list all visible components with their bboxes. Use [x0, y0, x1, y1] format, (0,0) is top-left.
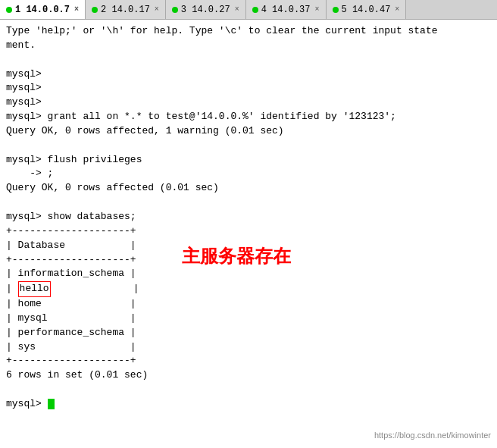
tab-4[interactable]: 4 14.0.37 × — [246, 0, 327, 19]
tab-1-close[interactable]: × — [74, 5, 79, 14]
tab-5-label: 5 14.0.47 — [342, 5, 391, 15]
tab-3-dot — [172, 7, 178, 13]
tab-5[interactable]: 5 14.0.47 × — [327, 0, 407, 19]
annotation-label: 主服务器存在 — [182, 243, 291, 270]
terminal-text: Type 'help;' or '\h' for help. Type '\c'… — [6, 24, 491, 412]
tab-2-dot — [92, 7, 98, 13]
tab-5-dot — [333, 7, 339, 13]
tab-1-label: 1 14.0.0.7 — [15, 5, 70, 15]
watermark: https://blog.csdn.net/kimowinter — [374, 430, 491, 442]
tab-3-close[interactable]: × — [235, 5, 239, 14]
cursor — [48, 399, 55, 409]
hello-highlight: hello — [18, 281, 51, 297]
tab-4-label: 4 14.0.37 — [261, 5, 311, 15]
tab-1[interactable]: 1 14.0.0.7 × — [0, 0, 86, 19]
tab-1-dot — [6, 7, 12, 13]
tab-5-close[interactable]: × — [395, 5, 399, 14]
tab-3-label: 3 14.0.27 — [181, 5, 230, 15]
tab-2-label: 2 14.0.17 — [101, 5, 150, 15]
terminal-area[interactable]: Type 'help;' or '\h' for help. Type '\c'… — [0, 20, 497, 448]
tab-4-close[interactable]: × — [315, 5, 320, 14]
tab-2[interactable]: 2 14.0.17 × — [86, 0, 166, 19]
tab-bar: 1 14.0.0.7 × 2 14.0.17 × 3 14.0.27 × 4 1… — [0, 0, 497, 20]
tab-2-close[interactable]: × — [155, 5, 159, 14]
tab-4-dot — [252, 7, 258, 13]
tab-3[interactable]: 3 14.0.27 × — [166, 0, 246, 19]
